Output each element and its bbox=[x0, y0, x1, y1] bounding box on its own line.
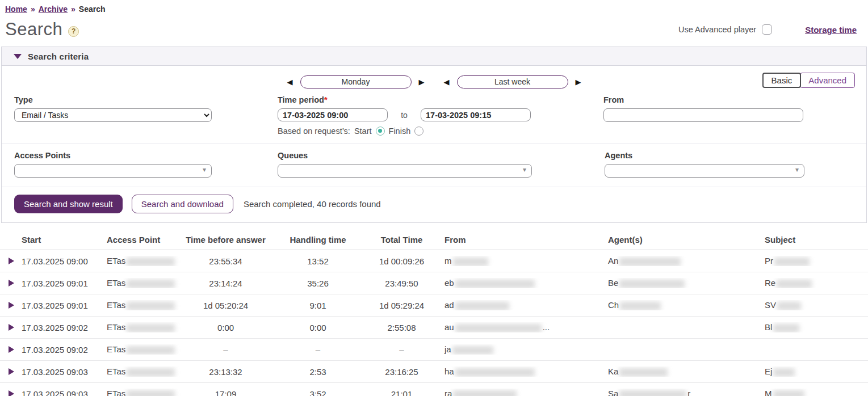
redacted-text bbox=[774, 258, 810, 266]
queues-dropdown[interactable] bbox=[278, 164, 532, 178]
breadcrumb-home-link[interactable]: Home bbox=[5, 5, 27, 14]
row-access-point: ETas bbox=[107, 389, 184, 396]
row-time-before-answer: 23:55:34 bbox=[184, 256, 267, 266]
row-handling-time: 13:52 bbox=[267, 256, 369, 266]
from-label: From bbox=[603, 95, 803, 104]
row-access-point: ETas bbox=[107, 366, 184, 377]
help-icon[interactable]: ? bbox=[68, 26, 79, 37]
play-expand-icon[interactable] bbox=[9, 390, 14, 396]
search-criteria-title: Search criteria bbox=[28, 52, 89, 61]
row-handling-time: 35:26 bbox=[267, 279, 369, 288]
breadcrumb-separator: » bbox=[71, 5, 76, 14]
row-agents: Ch bbox=[602, 300, 761, 310]
storage-time-link[interactable]: Storage time bbox=[805, 25, 857, 35]
table-row[interactable]: 17.03.2025 09:01 ETas 23:14:24 35:26 23:… bbox=[0, 272, 868, 294]
row-handling-time: 3:52 bbox=[267, 389, 369, 396]
redacted-text bbox=[773, 390, 804, 396]
redacted-text bbox=[127, 346, 175, 355]
table-row[interactable]: 17.03.2025 09:02 ETas 0:00 0:00 2:55:08 … bbox=[0, 317, 868, 339]
redacted-text bbox=[453, 390, 517, 396]
table-row[interactable]: 17.03.2025 09:03 ETas 17:09 3:52 21:01 r… bbox=[0, 383, 868, 396]
row-start: 17.03.2025 09:03 bbox=[22, 389, 107, 396]
row-from: ad bbox=[434, 300, 602, 310]
play-expand-icon[interactable] bbox=[9, 280, 14, 287]
advanced-mode-button[interactable]: Advanced bbox=[800, 73, 855, 88]
access-points-dropdown[interactable] bbox=[14, 164, 212, 178]
row-total-time: 23:49:50 bbox=[369, 279, 434, 288]
column-header-start: Start bbox=[22, 235, 107, 245]
use-advanced-player-checkbox[interactable] bbox=[762, 24, 772, 35]
required-asterisk: * bbox=[324, 95, 328, 104]
redacted-text bbox=[619, 368, 668, 377]
table-row[interactable]: 17.03.2025 09:01 ETas 1d 05:20:24 9:01 1… bbox=[0, 294, 868, 317]
play-expand-icon[interactable] bbox=[9, 368, 14, 375]
row-access-point: ETas bbox=[107, 322, 184, 332]
play-expand-icon[interactable] bbox=[9, 346, 14, 353]
redacted-text bbox=[453, 258, 488, 266]
agents-dropdown[interactable] bbox=[605, 164, 804, 178]
agents-label: Agents bbox=[605, 151, 804, 160]
redacted-text bbox=[127, 390, 175, 396]
results-table: Start Access Point Time before answer Ha… bbox=[0, 230, 868, 396]
redacted-text bbox=[777, 302, 801, 310]
time-period-label: Time period* bbox=[278, 95, 531, 104]
row-access-point: ETas bbox=[107, 256, 184, 266]
results-table-body: 17.03.2025 09:00 ETas 23:55:34 13:52 1d … bbox=[0, 250, 868, 396]
row-start: 17.03.2025 09:00 bbox=[22, 256, 107, 266]
table-row[interactable]: 17.03.2025 09:02 ETas – – – ja bbox=[0, 339, 868, 361]
row-start: 17.03.2025 09:02 bbox=[22, 323, 107, 332]
radio-finish-label: Finish bbox=[389, 127, 411, 136]
prev-week-icon[interactable]: ◀ bbox=[442, 77, 451, 87]
row-handling-time: 0:00 bbox=[267, 323, 369, 332]
day-nav-button[interactable]: Monday bbox=[300, 75, 412, 89]
breadcrumb-current: Search bbox=[79, 5, 106, 14]
row-time-before-answer: 23:13:32 bbox=[184, 367, 267, 377]
search-show-result-button[interactable]: Search and show result bbox=[14, 195, 123, 213]
type-select[interactable]: Email / Tasks bbox=[14, 108, 212, 122]
play-expand-icon[interactable] bbox=[9, 302, 14, 309]
search-criteria-panel: Search criteria ◀ Monday ▶ ◀ Last week ▶… bbox=[1, 47, 867, 223]
row-start: 17.03.2025 09:02 bbox=[22, 345, 107, 355]
row-subject: Pr bbox=[761, 256, 868, 266]
row-agents: Be bbox=[602, 278, 761, 288]
radio-start[interactable] bbox=[376, 127, 385, 136]
use-advanced-player-label: Use Advanced player bbox=[678, 25, 756, 34]
search-criteria-header[interactable]: Search criteria bbox=[2, 47, 866, 66]
access-points-label: Access Points bbox=[14, 151, 212, 160]
row-time-before-answer: 1d 05:20:24 bbox=[184, 301, 267, 310]
play-expand-icon[interactable] bbox=[9, 324, 14, 331]
next-day-icon[interactable]: ▶ bbox=[417, 77, 426, 87]
play-expand-icon[interactable] bbox=[9, 258, 14, 264]
prev-day-icon[interactable]: ◀ bbox=[286, 77, 295, 87]
type-label: Type bbox=[14, 95, 212, 104]
next-week-icon[interactable]: ▶ bbox=[574, 77, 583, 87]
time-period-from-input[interactable] bbox=[278, 108, 388, 121]
search-download-button[interactable]: Search and download bbox=[132, 195, 233, 213]
row-subject: M bbox=[761, 389, 868, 396]
from-input[interactable] bbox=[603, 108, 803, 122]
table-row[interactable]: 17.03.2025 09:00 ETas 23:55:34 13:52 1d … bbox=[0, 250, 868, 272]
page-title: Search bbox=[5, 19, 62, 40]
row-agents: Ka bbox=[602, 366, 761, 377]
radio-finish[interactable] bbox=[414, 127, 423, 136]
breadcrumb-archive-link[interactable]: Archive bbox=[39, 5, 68, 14]
column-header-subject: Subject bbox=[761, 235, 868, 245]
redacted-text bbox=[619, 258, 681, 266]
redacted-text bbox=[773, 324, 799, 332]
redacted-text bbox=[452, 346, 493, 355]
time-period-to-input[interactable] bbox=[421, 108, 531, 121]
row-subject: Re bbox=[761, 278, 868, 288]
table-row[interactable]: 17.03.2025 09:03 ETas 23:13:32 2:53 23:1… bbox=[0, 361, 868, 383]
basic-mode-button[interactable]: Basic bbox=[762, 73, 802, 88]
redacted-text bbox=[620, 302, 661, 310]
redacted-text bbox=[127, 324, 175, 332]
row-handling-time: – bbox=[267, 345, 369, 355]
redacted-text bbox=[773, 368, 795, 377]
row-subject: Bl bbox=[761, 322, 868, 332]
date-navigation-row: ◀ Monday ▶ ◀ Last week ▶ Basic Advanced bbox=[2, 66, 866, 93]
queues-label: Queues bbox=[278, 151, 532, 160]
row-agents: An bbox=[602, 256, 761, 266]
row-total-time: 23:16:25 bbox=[369, 367, 434, 377]
row-access-point: ETas bbox=[107, 344, 184, 355]
week-nav-button[interactable]: Last week bbox=[457, 75, 568, 89]
